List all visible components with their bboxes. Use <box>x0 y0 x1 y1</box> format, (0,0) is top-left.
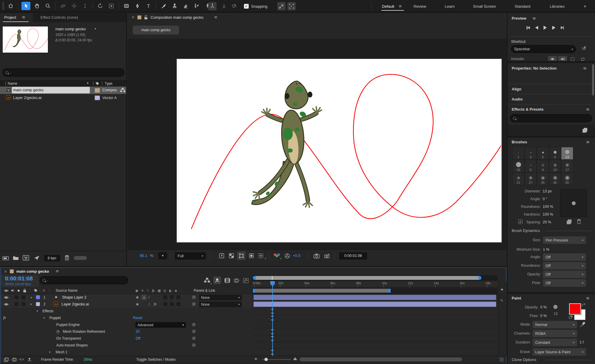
toolbar-grip[interactable] <box>2 2 4 10</box>
switch-well[interactable] <box>163 295 167 299</box>
show-snapshot-button[interactable] <box>322 252 331 259</box>
eraser-tool[interactable] <box>181 2 190 10</box>
timeline-timecode[interactable]: 0:00:01:08 <box>5 275 33 282</box>
label-swatch-lavender[interactable] <box>95 95 100 100</box>
layer-row-2[interactable]: ▾ 2 Ai Layer 2/gecko.ai ◉ ∕ fx @ None▾ <box>1 301 252 308</box>
work-area-end-handle[interactable] <box>388 289 391 293</box>
layer-row-1[interactable]: ▸ 1 ★ Shape Layer 2 ◉ ✳ ∕ @ None▾ <box>1 294 252 301</box>
unlocked-icon[interactable] <box>144 15 148 20</box>
snap-to-feature-button[interactable] <box>277 2 286 10</box>
comp-marker-icon[interactable]: ⚑ <box>500 288 504 292</box>
label-column-icon[interactable] <box>34 288 38 293</box>
layer-name[interactable]: Layer 2/gecko.ai <box>62 302 89 306</box>
exposure-value[interactable]: +0.0 <box>293 253 300 258</box>
pan-camera-tool[interactable] <box>70 2 79 10</box>
parent-dropdown[interactable]: None▾ <box>199 302 242 307</box>
brush-item[interactable]: 3 <box>524 147 537 160</box>
adjustment-switch-icon[interactable]: ◐ <box>169 289 172 293</box>
rectangle-tool[interactable] <box>122 2 131 10</box>
draft-edit-icon[interactable]: ✎ <box>500 299 503 303</box>
puppet-engine-dropdown[interactable]: Advanced▾ <box>135 322 186 328</box>
switch-well[interactable] <box>176 295 180 299</box>
include-audio-button[interactable] <box>558 56 567 61</box>
last-frame-button[interactable] <box>558 26 566 29</box>
workspace-tab-default[interactable]: Default <box>382 4 394 9</box>
brush-item[interactable]: 21 <box>512 172 524 185</box>
layer-quality-toggle[interactable]: ∕ <box>148 295 150 299</box>
snapping-checkbox[interactable]: ✓ <box>244 4 249 9</box>
brush-item[interactable]: 5 <box>524 160 537 172</box>
pickwhip-icon[interactable]: @ <box>192 302 196 306</box>
column-number[interactable]: # <box>43 288 45 293</box>
motion-blur-switch-icon[interactable]: ◎ <box>163 289 166 293</box>
workspace-menu-icon[interactable]: ≡ <box>399 4 402 8</box>
brushes-menu-icon[interactable]: ≡ <box>586 139 590 144</box>
composition-mini-flowchart-button[interactable]: ▾ <box>203 277 211 284</box>
dyn-flow-dropdown[interactable]: Off▾ <box>543 279 586 287</box>
tab-effect-controls[interactable]: Effect Controls (none) <box>40 15 78 20</box>
expander-icon[interactable]: ▾ <box>43 316 45 319</box>
eyedropper-icon[interactable] <box>580 320 585 328</box>
resize-grip[interactable] <box>500 357 504 362</box>
motion-blur-button[interactable] <box>232 277 240 284</box>
layer-rasterize-toggle[interactable]: ✳ <box>141 295 147 300</box>
pickwhip-icon[interactable]: @ <box>192 336 196 340</box>
tab-project[interactable]: Project <box>4 15 16 20</box>
pickwhip-icon[interactable]: @ <box>192 329 196 333</box>
mesh1-row[interactable]: ▾ Mesh 1 <box>1 349 252 356</box>
brush-item[interactable]: 27 <box>524 172 537 185</box>
audio-well[interactable] <box>15 295 18 299</box>
project-comp-name[interactable]: main comp gecko <box>55 27 86 31</box>
on-transparent-row[interactable]: On Transparent Off @ <box>1 335 252 342</box>
mesh1-label[interactable]: Mesh 1 <box>56 350 67 354</box>
exposure-icon[interactable] <box>283 252 291 259</box>
paint-duration-dropdown[interactable]: Constant▾ <box>533 339 577 346</box>
channels-button[interactable]: ▾ <box>273 252 281 259</box>
frame-blend-switch-icon[interactable]: ▦ <box>158 289 161 293</box>
puppet-engine-row[interactable]: Puppet Engine Advanced▾ @ <box>1 321 252 329</box>
brush-item[interactable]: 35 <box>537 172 549 185</box>
clone-stamp-tool[interactable] <box>170 2 179 10</box>
composition-breadcrumb-chip[interactable]: main comp gecko <box>133 26 179 34</box>
layer-bar-1[interactable] <box>253 295 496 300</box>
layer-quality-toggle[interactable]: ∕ <box>148 302 150 306</box>
eye-icon[interactable] <box>4 296 9 299</box>
selection-tool[interactable] <box>21 2 30 10</box>
timeline-menu-icon[interactable]: ≡ <box>56 269 59 273</box>
project-row-selected[interactable]: main comp gecko Compos <box>0 87 126 94</box>
layer-bar-2[interactable] <box>253 302 496 307</box>
timeline-zoom-knob[interactable] <box>264 358 268 361</box>
project-row-name-cell[interactable]: main comp gecko <box>12 87 90 93</box>
shy-switch-icon[interactable]: ◉ <box>135 289 138 293</box>
shy-footer-icon[interactable] <box>27 357 32 362</box>
parent-dropdown[interactable]: None▾ <box>199 295 242 300</box>
effects-presets-search-input[interactable]: ⌄ <box>510 114 592 122</box>
next-frame-button[interactable] <box>550 26 558 29</box>
stopwatch-icon[interactable]: ◷ <box>56 329 60 334</box>
snapshot-button[interactable] <box>312 252 321 259</box>
toggle-switches-modes-button[interactable]: Toggle Switches / Modes <box>136 357 176 362</box>
properties-menu-icon[interactable]: ≡ <box>583 66 587 70</box>
effects-group-label[interactable]: Effects <box>43 309 53 313</box>
project-search-input[interactable]: ⌄ <box>2 68 124 77</box>
switch-well[interactable] <box>170 302 174 306</box>
mesh-rotation-value[interactable]: 20 <box>136 330 140 334</box>
spacing-value[interactable]: 25 % <box>543 220 551 224</box>
zoom-dropdown-button[interactable]: ▾ <box>158 252 167 259</box>
timeline-search-input[interactable]: ⌄ <box>40 276 128 284</box>
rotation-tool[interactable] <box>96 2 105 10</box>
audio-column-icon[interactable] <box>11 288 15 293</box>
brush-item-selected[interactable]: 13 <box>561 147 573 160</box>
column-parent-link[interactable]: Parent & Link <box>194 288 215 293</box>
composition-tab-title[interactable]: Composition main comp gecko <box>151 15 203 20</box>
region-of-interest-button[interactable] <box>248 252 255 259</box>
brush-tool[interactable] <box>159 2 168 10</box>
expander-icon[interactable]: ▾ <box>37 310 38 313</box>
snap-bounding-box-button[interactable] <box>287 2 296 10</box>
zoom-in-mountain-icon[interactable] <box>293 357 297 360</box>
reset-shortcut-icon[interactable]: ↺ <box>582 45 586 51</box>
mesh-rotation-label[interactable]: Mesh Rotation Refinement <box>63 330 105 334</box>
switch-well[interactable] <box>176 302 180 306</box>
navigator-start-handle[interactable] <box>253 276 256 280</box>
paint-opacity-value[interactable]: 0 % <box>540 305 547 309</box>
